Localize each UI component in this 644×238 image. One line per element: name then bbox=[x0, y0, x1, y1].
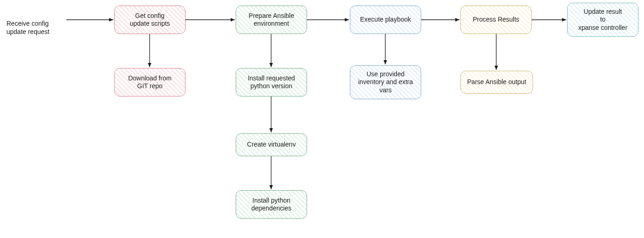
node-install-python-label: Install requested python version bbox=[248, 74, 295, 91]
node-install-deps: Install python dependencies bbox=[236, 190, 307, 219]
node-get-config-label: Get config update scripts bbox=[130, 12, 170, 28]
arrows-layer bbox=[0, 0, 644, 238]
node-install-python: Install requested python version bbox=[236, 68, 307, 96]
node-install-deps-label: Install python dependencies bbox=[251, 197, 291, 213]
node-execute-playbook: Execute playbook bbox=[350, 6, 421, 34]
node-get-config: Get config update scripts bbox=[114, 6, 186, 34]
node-use-inventory: Use provided inventory and extra vars bbox=[350, 65, 421, 99]
node-create-venv: Create virtualenv bbox=[236, 133, 307, 156]
node-download-git-label: Download from GIT repo bbox=[128, 74, 171, 91]
start-text: Receive config update request bbox=[6, 20, 49, 35]
node-download-git: Download from GIT repo bbox=[114, 68, 186, 96]
start-label: Receive config update request bbox=[6, 11, 66, 36]
node-execute-playbook-label: Execute playbook bbox=[360, 16, 411, 24]
node-prepare-env: Prepare Ansible environment bbox=[236, 6, 307, 34]
node-parse-output: Parse Ansible output bbox=[460, 71, 533, 94]
node-process-results-label: Process Results bbox=[473, 16, 519, 24]
node-create-venv-label: Create virtualenv bbox=[247, 141, 296, 149]
flowchart-canvas: Receive config update request Get config… bbox=[0, 0, 644, 238]
node-process-results: Process Results bbox=[460, 6, 532, 34]
node-use-inventory-label: Use provided inventory and extra vars bbox=[358, 70, 413, 95]
node-update-result-label: Update result to xpanse controller bbox=[578, 8, 627, 32]
node-prepare-env-label: Prepare Ansible environment bbox=[249, 12, 294, 28]
node-update-result: Update result to xpanse controller bbox=[567, 3, 638, 37]
node-parse-output-label: Parse Ansible output bbox=[467, 78, 526, 86]
